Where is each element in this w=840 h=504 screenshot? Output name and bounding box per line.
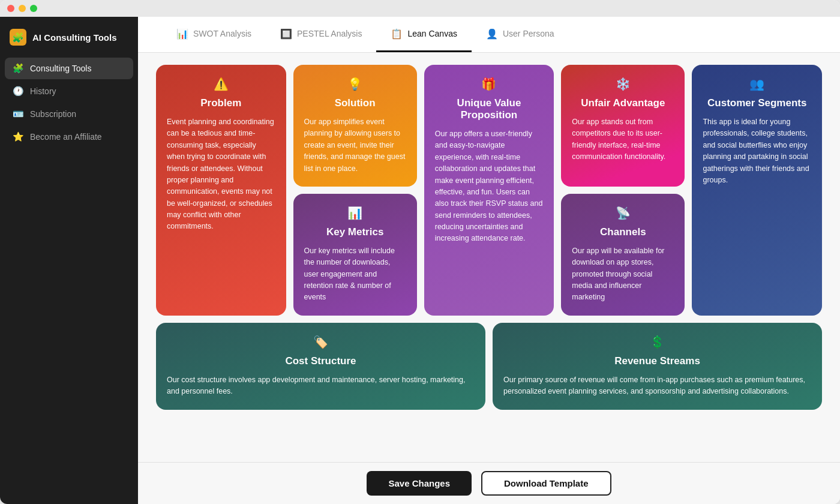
problem-title: Problem — [167, 97, 275, 109]
titlebar — [0, 0, 840, 17]
tab-swot[interactable]: 📊 SWOT Analysis — [162, 17, 266, 52]
pestel-icon: 🔲 — [280, 28, 292, 40]
user-persona-icon: 👤 — [486, 28, 498, 40]
uvp-body: Our app offers a user-friendly and easy-… — [435, 128, 544, 245]
close-dot[interactable] — [7, 5, 14, 12]
solution-title: Solution — [304, 97, 406, 109]
sidebar-item-label: Consulting Tools — [30, 64, 91, 73]
revenue-icon: 💲 — [503, 335, 811, 349]
unfair-title: Unfair Advantage — [572, 97, 674, 109]
channels-title: Channels — [572, 226, 674, 238]
app-window: 🧩 AI Consulting Tools 🧩 Consulting Tools… — [0, 0, 840, 504]
canvas-top-grid: ⚠️ Problem Event planning and coordinati… — [156, 65, 822, 316]
tab-pestel[interactable]: 🔲 PESTEL Analysis — [266, 17, 376, 52]
tab-label: PESTEL Analysis — [297, 29, 362, 38]
tab-user-persona[interactable]: 👤 User Persona — [472, 17, 569, 52]
cost-body: Our cost structure involves app developm… — [167, 374, 475, 398]
sidebar-item-label: History — [30, 86, 56, 96]
channels-card: 📡 Channels Our app will be available for… — [561, 194, 685, 316]
uvp-card: 🎁 Unique Value Proposition Our app offer… — [424, 65, 554, 316]
channels-body: Our app will be available for download o… — [572, 245, 674, 304]
subscription-icon: 🪪 — [12, 109, 24, 119]
solution-body: Our app simplifies event planning by all… — [304, 116, 406, 175]
metrics-title: Key Metrics — [304, 226, 406, 238]
swot-icon: 📊 — [176, 28, 188, 40]
cost-title: Cost Structure — [167, 355, 475, 367]
customer-icon: 👥 — [703, 77, 811, 91]
unfair-body: Our app stands out from competitors due … — [572, 116, 674, 163]
metrics-icon: 📊 — [304, 206, 406, 220]
sidebar-item-subscription[interactable]: 🪪 Subscription — [5, 103, 133, 125]
tab-lean-canvas[interactable]: 📋 Lean Canvas — [376, 17, 472, 52]
revenue-title: Revenue Streams — [503, 355, 811, 367]
problem-card: ⚠️ Problem Event planning and coordinati… — [156, 65, 286, 316]
solution-card: 💡 Solution Our app simplifies event plan… — [293, 65, 417, 187]
sidebar-item-label: Subscription — [30, 109, 76, 119]
customer-title: Customer Segments — [703, 97, 811, 109]
minimize-dot[interactable] — [19, 5, 26, 12]
sidebar-item-history[interactable]: 🕐 History — [5, 80, 133, 102]
tab-label: User Persona — [503, 29, 554, 38]
cost-card: 🏷️ Cost Structure Our cost structure inv… — [156, 323, 485, 410]
customer-body: This app is ideal for young professional… — [703, 116, 811, 186]
customer-card: 👥 Customer Segments This app is ideal fo… — [692, 65, 822, 316]
tab-bar: 📊 SWOT Analysis 🔲 PESTEL Analysis 📋 Lean… — [138, 17, 840, 53]
logo-icon: 🧩 — [10, 29, 26, 46]
sidebar-nav: 🧩 Consulting Tools 🕐 History 🪪 Subscript… — [0, 55, 138, 150]
sidebar-item-affiliate[interactable]: ⭐ Become an Affiliate — [5, 126, 133, 148]
canvas-bottom-grid: 🏷️ Cost Structure Our cost structure inv… — [156, 323, 822, 410]
cost-icon: 🏷️ — [167, 335, 475, 349]
sidebar-logo: 🧩 AI Consulting Tools — [0, 17, 138, 55]
fullscreen-dot[interactable] — [30, 5, 37, 12]
unfair-card: ❄️ Unfair Advantage Our app stands out f… — [561, 65, 685, 187]
unfair-icon: ❄️ — [572, 77, 674, 91]
app-body: 🧩 AI Consulting Tools 🧩 Consulting Tools… — [0, 17, 840, 504]
metrics-body: Our key metrics will include the number … — [304, 245, 406, 304]
revenue-body: Our primary source of revenue will come … — [503, 374, 811, 398]
lean-canvas-icon: 📋 — [391, 28, 403, 40]
sidebar-logo-text: AI Consulting Tools — [32, 32, 117, 43]
main-content: 📊 SWOT Analysis 🔲 PESTEL Analysis 📋 Lean… — [138, 17, 840, 504]
download-template-button[interactable]: Download Template — [481, 471, 611, 496]
tab-label: Lean Canvas — [407, 29, 457, 38]
canvas-area: ⚠️ Problem Event planning and coordinati… — [138, 53, 840, 462]
sidebar-item-consulting-tools[interactable]: 🧩 Consulting Tools — [5, 58, 133, 79]
sidebar: 🧩 AI Consulting Tools 🧩 Consulting Tools… — [0, 17, 138, 504]
affiliate-icon: ⭐ — [12, 131, 24, 142]
uvp-title: Unique Value Proposition — [435, 97, 544, 121]
consulting-tools-icon: 🧩 — [12, 63, 24, 74]
revenue-card: 💲 Revenue Streams Our primary source of … — [493, 323, 822, 410]
channels-icon: 📡 — [572, 206, 674, 220]
solution-icon: 💡 — [304, 77, 406, 91]
metrics-card: 📊 Key Metrics Our key metrics will inclu… — [293, 194, 417, 316]
save-changes-button[interactable]: Save Changes — [367, 471, 472, 496]
tab-label: SWOT Analysis — [193, 29, 251, 38]
problem-icon: ⚠️ — [167, 77, 275, 91]
problem-body: Event planning and coordinating can be a… — [167, 116, 275, 233]
footer: Save Changes Download Template — [138, 462, 840, 504]
uvp-icon: 🎁 — [435, 77, 544, 91]
sidebar-item-label: Become an Affiliate — [30, 132, 102, 142]
history-icon: 🕐 — [12, 86, 24, 97]
